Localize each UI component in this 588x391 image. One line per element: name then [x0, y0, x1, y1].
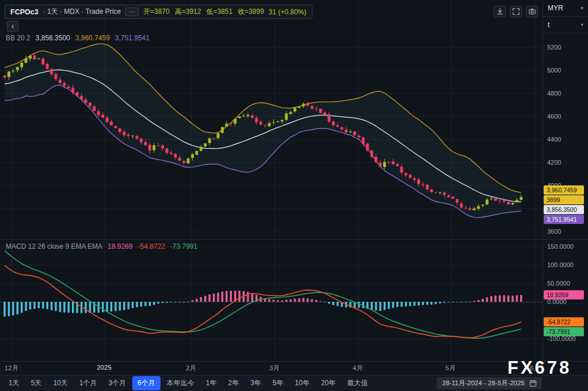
macd-tag: -73.7991 — [544, 327, 584, 336]
back-button[interactable]: ‹ — [7, 21, 18, 32]
fullscreen-icon — [512, 7, 520, 16]
range-button-0[interactable]: 1天 — [3, 376, 25, 390]
price-tag: 3899 — [544, 195, 584, 204]
ohlc-readout: 开=3870高=3912低=3851收=3899 — [143, 7, 264, 17]
macd-tag: -54.8722 — [544, 317, 584, 327]
price-tick-label: 4400 — [547, 135, 561, 143]
price-tick-label: 3600 — [547, 227, 561, 236]
chart-action-buttons — [494, 6, 538, 17]
macd-signal-value: -73.7991 — [170, 242, 197, 250]
ohlc-item: 高=3912 — [175, 7, 201, 17]
time-axis-label: 3月 — [269, 364, 280, 373]
bottom-toolbar: 1天5天10天1个月3个月6个月本年迄今1年2年3年5年10年20年最大值 28… — [0, 375, 588, 391]
range-button-10[interactable]: 5年 — [268, 376, 289, 390]
chevron-left-icon: ‹ — [12, 21, 14, 31]
price-tick-label: 5000 — [547, 66, 561, 74]
time-axis-label: 5月 — [445, 364, 456, 373]
symbol-legend: FCPOc3 · 1天 · MDX · Trade Price ⋯ 开=3870… — [5, 5, 312, 19]
price-tag: 3,856.3500 — [544, 205, 584, 214]
fullscreen-button[interactable] — [510, 6, 522, 17]
macd-hist-value: 18.9269 — [108, 242, 132, 250]
macd-tick-label: 150.0000 — [547, 242, 574, 250]
time-axis-label: 6月 — [530, 364, 540, 373]
price-tick-label: 4600 — [547, 112, 561, 120]
bb-legend-name: BB 20 2 — [6, 34, 30, 42]
time-axis-label: 4月 — [353, 364, 363, 373]
range-button-1[interactable]: 5天 — [26, 376, 47, 390]
macd-line-value: -54.8722 — [138, 242, 165, 250]
range-button-3[interactable]: 1个月 — [74, 376, 102, 390]
symbol-name[interactable]: FCPOc3 — [10, 8, 39, 16]
arrow-down-icon — [496, 7, 504, 16]
macd-tick-label: 100.0000 — [547, 261, 574, 269]
price-tag: 3,960.7459 — [544, 185, 584, 195]
price-tick-label: 5200 — [547, 43, 561, 51]
more-options-icon[interactable]: ⋯ — [125, 7, 139, 16]
range-button-13[interactable]: 最大值 — [342, 376, 373, 390]
date-range-value: 28-11月-2024 - 28-5月-2025 — [442, 379, 525, 388]
axis-divider — [0, 361, 588, 362]
calendar-icon — [529, 379, 537, 387]
bb-upper-value: 3,960.7459 — [75, 34, 110, 42]
range-button-2[interactable]: 10天 — [48, 376, 72, 390]
range-button-6[interactable]: 本年迄今 — [162, 376, 200, 390]
macd-legend: MACD 12 26 close 9 EMA EMA 18.9269 -54.8… — [6, 242, 197, 250]
change-readout: 31 (+0.80%) — [269, 8, 307, 16]
camera-icon — [528, 7, 536, 16]
date-range-picker[interactable]: 28-11月-2024 - 28-5月-2025 — [437, 377, 542, 389]
scroll-to-latest-button[interactable] — [494, 6, 506, 17]
ohlc-item: 低=3851 — [206, 7, 232, 17]
macd-tick-label: 50.0000 — [547, 279, 570, 287]
macd-legend-name: MACD 12 26 close 9 EMA EMA — [6, 242, 102, 250]
price-tick-label: 4200 — [547, 158, 561, 166]
range-button-12[interactable]: 20年 — [316, 376, 341, 390]
time-axis-label: 12月 — [5, 364, 18, 373]
bb-lower-value: 3,751.9541 — [115, 34, 150, 42]
bollinger-legend: BB 20 2 3,856.3500 3,960.7459 3,751.9541 — [6, 34, 150, 42]
macd-indicator-pane[interactable] — [0, 239, 543, 361]
pane-divider[interactable] — [0, 239, 588, 240]
range-button-8[interactable]: 2年 — [223, 376, 244, 390]
snapshot-button[interactable] — [526, 6, 538, 17]
price-tick-label: 4800 — [547, 89, 561, 97]
range-button-11[interactable]: 10年 — [290, 376, 315, 390]
ohlc-item: 开=3870 — [143, 7, 170, 17]
price-tag: 3,751.9541 — [544, 215, 584, 224]
range-button-4[interactable]: 3个月 — [103, 376, 131, 390]
range-button-9[interactable]: 3年 — [245, 376, 266, 390]
time-axis[interactable]: 12月20252月3月4月5月6月 — [0, 362, 543, 375]
range-button-5[interactable]: 6个月 — [132, 376, 161, 390]
price-scale[interactable]: 520050004800460044004200400038003600150.… — [543, 0, 588, 375]
bb-mid-value: 3,856.3500 — [36, 34, 70, 42]
range-button-7[interactable]: 1年 — [201, 376, 222, 390]
time-axis-label: 2月 — [186, 364, 196, 373]
symbol-meta: · 1天 · MDX · Trade Price — [43, 7, 121, 17]
macd-tag: 18.9269 — [544, 290, 584, 299]
time-axis-label: 2025 — [97, 364, 112, 371]
trading-chart-app: FCPOc3 · 1天 · MDX · Trade Price ⋯ 开=3870… — [0, 0, 588, 391]
ohlc-item: 收=3899 — [238, 7, 264, 17]
right-scale-column: MYR ▾ t ▾ 520050004800460044004200400038… — [543, 0, 588, 375]
range-buttons: 1天5天10天1个月3个月6个月本年迄今1年2年3年5年10年20年最大值 — [3, 376, 373, 390]
